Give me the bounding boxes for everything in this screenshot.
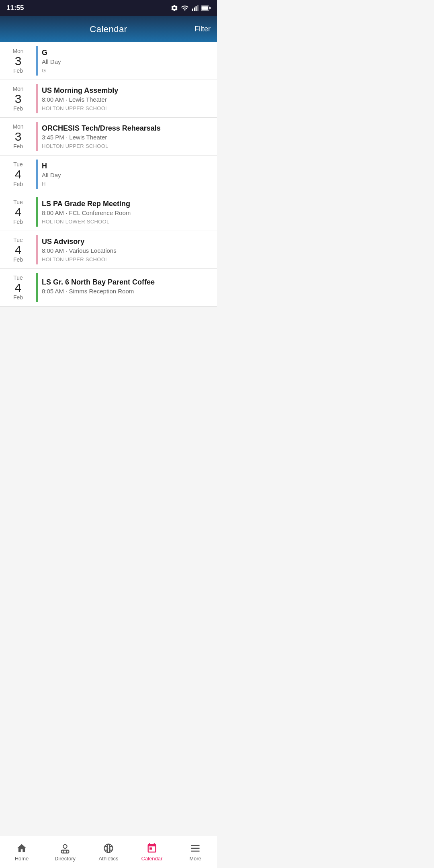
event-row[interactable]: Tue4FebLS PA Grade Rep Meeting8:00 AM · …	[0, 193, 217, 231]
event-content: HAll DayH	[38, 156, 217, 193]
event-school: HOLTON UPPER SCHOOL	[42, 105, 212, 111]
date-column: Mon3Feb	[0, 42, 36, 80]
status-time: 11:55	[6, 4, 24, 12]
event-time-location: 8:05 AM · Simms Reception Room	[42, 288, 212, 295]
svg-rect-3	[197, 5, 199, 11]
signal-icon	[191, 4, 199, 12]
header-title: Calendar	[90, 24, 127, 35]
date-column: Tue4Feb	[0, 269, 36, 306]
event-school: H	[42, 181, 212, 187]
event-school: G	[42, 68, 212, 74]
gear-icon	[170, 4, 178, 12]
day-name: Mon	[12, 123, 23, 130]
battery-icon	[201, 5, 211, 11]
event-title: LS PA Grade Rep Meeting	[42, 200, 212, 208]
date-column: Mon3Feb	[0, 80, 36, 117]
month-label: Feb	[13, 105, 23, 112]
event-content: ORCHESIS Tech/Dress Rehearsals3:45 PM · …	[38, 118, 217, 155]
month-label: Feb	[13, 219, 23, 225]
svg-rect-0	[192, 9, 193, 11]
svg-rect-2	[196, 6, 197, 11]
month-label: Feb	[13, 143, 23, 149]
day-name: Tue	[13, 199, 23, 205]
wifi-icon	[181, 4, 189, 12]
event-title: LS Gr. 6 North Bay Parent Coffee	[42, 278, 212, 287]
event-row[interactable]: Tue4FebLS Gr. 6 North Bay Parent Coffee8…	[0, 269, 217, 307]
event-school: HOLTON UPPER SCHOOL	[42, 143, 212, 149]
day-name: Tue	[13, 237, 23, 243]
day-number: 4	[15, 281, 22, 294]
event-row[interactable]: Tue4FebHAll DayH	[0, 156, 217, 193]
event-row[interactable]: Tue4FebUS Advisory8:00 AM · Various Loca…	[0, 231, 217, 269]
event-school: HOLTON LOWER SCHOOL	[42, 219, 212, 225]
calendar-list: Mon3FebGAll DayGMon3FebUS Morning Assemb…	[0, 42, 217, 307]
app-header: Calendar Filter	[0, 16, 217, 42]
day-number: 4	[15, 168, 22, 181]
filter-button[interactable]: Filter	[194, 25, 211, 33]
event-content: LS Gr. 6 North Bay Parent Coffee8:05 AM …	[38, 269, 217, 306]
event-time-location: 8:00 AM · Lewis Theater	[42, 96, 212, 103]
month-label: Feb	[13, 68, 23, 74]
event-time-location: 8:00 AM · Various Locations	[42, 247, 212, 254]
event-school: HOLTON UPPER SCHOOL	[42, 256, 212, 262]
status-bar: 11:55	[0, 0, 217, 16]
event-title: G	[42, 49, 212, 57]
date-column: Tue4Feb	[0, 231, 36, 268]
date-column: Mon3Feb	[0, 118, 36, 155]
svg-rect-5	[201, 6, 208, 10]
date-column: Tue4Feb	[0, 156, 36, 193]
day-number: 3	[15, 130, 22, 143]
event-time-location: 8:00 AM · FCL Conference Room	[42, 209, 212, 216]
status-icons	[170, 4, 211, 12]
day-name: Mon	[12, 86, 23, 92]
event-title: US Morning Assembly	[42, 86, 212, 95]
month-label: Feb	[13, 294, 23, 301]
event-content: US Morning Assembly8:00 AM · Lewis Theat…	[38, 80, 217, 117]
month-label: Feb	[13, 181, 23, 187]
day-number: 4	[15, 205, 22, 219]
event-title: ORCHESIS Tech/Dress Rehearsals	[42, 124, 212, 133]
day-number: 3	[15, 92, 22, 105]
event-title: H	[42, 162, 212, 170]
date-column: Tue4Feb	[0, 193, 36, 231]
event-row[interactable]: Mon3FebORCHESIS Tech/Dress Rehearsals3:4…	[0, 118, 217, 156]
svg-rect-6	[209, 7, 211, 9]
day-name: Tue	[13, 274, 23, 281]
day-name: Mon	[12, 48, 23, 54]
event-title: US Advisory	[42, 237, 212, 246]
event-time-location: All Day	[42, 58, 212, 65]
day-number: 3	[15, 54, 22, 68]
day-number: 4	[15, 243, 22, 256]
svg-rect-1	[194, 8, 195, 11]
event-time-location: 3:45 PM · Lewis Theater	[42, 134, 212, 141]
month-label: Feb	[13, 256, 23, 263]
event-content: US Advisory8:00 AM · Various LocationsHO…	[38, 231, 217, 268]
event-content: GAll DayG	[38, 42, 217, 80]
event-row[interactable]: Mon3FebUS Morning Assembly8:00 AM · Lewi…	[0, 80, 217, 118]
event-content: LS PA Grade Rep Meeting8:00 AM · FCL Con…	[38, 193, 217, 231]
event-time-location: All Day	[42, 172, 212, 178]
event-row[interactable]: Mon3FebGAll DayG	[0, 42, 217, 80]
day-name: Tue	[13, 161, 23, 168]
